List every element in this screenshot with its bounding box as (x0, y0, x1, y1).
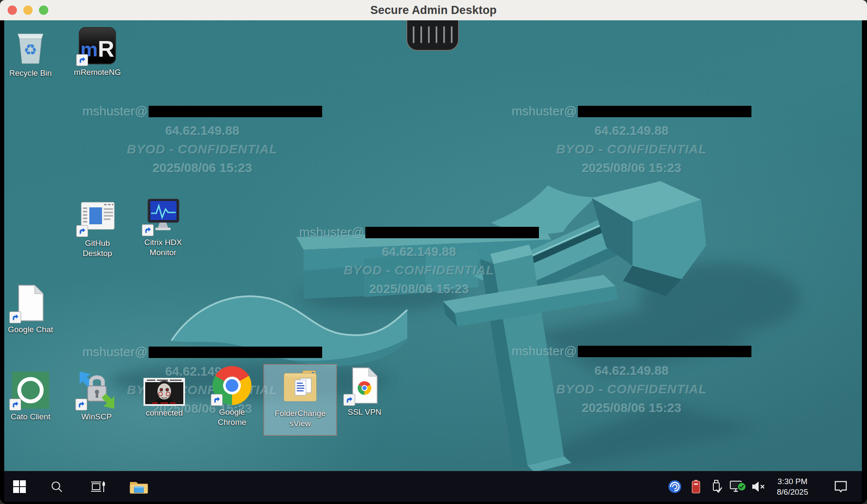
search-button[interactable] (46, 471, 68, 502)
icon-label: Google Chrome (206, 407, 258, 427)
remote-session-area: mshuster@ 64.62.149.88 BYOD - CONFIDENTI… (0, 20, 867, 504)
shortcut-arrow-icon (75, 399, 87, 410)
desktop-icon-folderchangesview[interactable]: FolderChange sView (263, 364, 337, 436)
shortcut-arrow-icon (142, 224, 154, 236)
desktop-icon-connected[interactable]: connected (127, 378, 202, 418)
desktop-icon-github-desktop[interactable]: GitHub Desktop (60, 197, 135, 259)
tray-usb-eject-icon[interactable] (708, 471, 725, 502)
shortcut-arrow-icon (76, 225, 88, 237)
taskbar-clock[interactable]: 3:30 PM 8/6/2025 (767, 471, 818, 502)
desktop-icon-mremoteng[interactable]: mR mRemoteNG (60, 26, 135, 77)
taskbar: 3:30 PM 8/6/2025 (4, 471, 862, 502)
shortcut-arrow-icon (343, 394, 355, 406)
action-center-button[interactable] (830, 471, 852, 502)
windows-logo-icon (13, 480, 26, 493)
search-icon (50, 480, 63, 493)
minimize-button[interactable] (23, 6, 33, 15)
icon-label: WinSCP (81, 412, 112, 422)
tray-battery-low-icon[interactable] (688, 471, 704, 502)
clock-date: 8/6/2025 (777, 487, 808, 497)
connection-bar-handle[interactable] (406, 20, 459, 51)
folderchangesview-icon (281, 367, 320, 406)
desktop-icon-recycle-bin[interactable]: ♻ Recycle Bin (4, 27, 68, 78)
icon-label-line1: FolderChange (275, 408, 326, 419)
task-view-button[interactable] (87, 471, 109, 502)
desktop-icon-cato-client[interactable]: Cato Client (4, 371, 68, 422)
fullscreen-button[interactable] (39, 6, 48, 15)
desktop-icon-citrix-hdx-monitor[interactable]: Citrix HDX Monitor (126, 196, 200, 258)
file-explorer-button[interactable] (126, 471, 152, 502)
recycle-bin-icon: ♻ (11, 27, 50, 66)
icon-label: SSL VPN (348, 407, 381, 417)
shortcut-arrow-icon (76, 54, 88, 66)
google-chrome-icon (213, 366, 251, 405)
icon-label: Citrix HDX Monitor (137, 237, 189, 258)
icon-label: connected (146, 408, 183, 418)
desktop-icon-ssl-vpn[interactable]: SSL VPN (327, 366, 402, 417)
icon-label: Google Chat (8, 325, 53, 335)
cato-client-icon (11, 371, 50, 410)
ssl-vpn-icon (345, 366, 384, 405)
icon-label: GitHub Desktop (71, 238, 124, 259)
icon-label-line2: sView (290, 419, 311, 429)
close-button[interactable] (8, 6, 17, 15)
icon-label: mRemoteNG (74, 67, 121, 77)
windows-desktop[interactable]: mshuster@ 64.62.149.88 BYOD - CONFIDENTI… (4, 20, 862, 502)
action-center-icon (833, 479, 848, 494)
clock-time: 3:30 PM (778, 476, 808, 487)
desktop-icon-google-chrome[interactable]: Google Chrome (195, 366, 269, 427)
shortcut-arrow-icon (9, 399, 21, 410)
icon-label: Cato Client (11, 412, 50, 422)
titlebar: Secure Admin Desktop (0, 0, 867, 21)
tray-volume-muted-icon[interactable] (749, 471, 768, 502)
start-button[interactable] (8, 471, 30, 502)
task-view-icon (91, 480, 106, 493)
shortcut-arrow-icon (9, 311, 21, 323)
desktop-icon-google-chat[interactable]: Google Chat (4, 284, 68, 335)
shortcut-arrow-icon (211, 394, 223, 406)
icon-label: Recycle Bin (9, 68, 52, 78)
macos-window: Secure Admin Desktop (0, 0, 867, 504)
winscp-icon (77, 371, 116, 410)
citrix-hdx-monitor-icon (144, 196, 182, 235)
connected-image-thumbnail (144, 378, 185, 406)
github-desktop-icon (78, 197, 117, 236)
screenshot-stage: Secure Admin Desktop (0, 0, 867, 504)
google-chat-icon (11, 284, 50, 322)
tray-cato-client-icon[interactable] (665, 471, 684, 502)
wallpaper-logo (4, 20, 862, 502)
desktop-icon-winscp[interactable]: WinSCP (59, 371, 134, 422)
tray-pc-status-ok-icon[interactable] (728, 471, 748, 502)
svg-text:♻: ♻ (24, 41, 37, 58)
file-explorer-icon (129, 479, 149, 495)
traffic-lights (8, 0, 48, 20)
window-title: Secure Admin Desktop (370, 4, 497, 17)
mremoteng-icon: mR (78, 26, 117, 65)
